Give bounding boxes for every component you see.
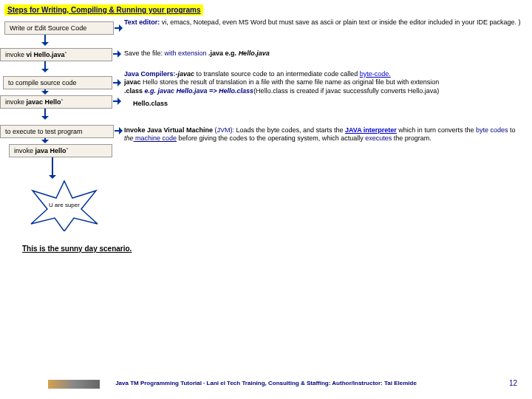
hello-class: Hello.class <box>133 100 168 107</box>
page-title: Steps for Writing, Compiling & Running y… <box>4 4 203 16</box>
content-area: Write or Edit Source Code Text editor: v… <box>0 16 532 18</box>
text: invoke <box>14 147 35 154</box>
t: e.g. javac Hello.java => Hello.class <box>143 87 253 95</box>
t: to translate source code to an intermedi… <box>194 70 360 78</box>
star-shape: U are super <box>24 180 105 231</box>
box-invoke-javac: invoke javac Hello` <box>0 95 112 109</box>
label: Text editor: <box>124 18 160 26</box>
t3: .java e.g. <box>208 50 239 57</box>
t: Loads the byte codes, and starts the <box>234 126 345 134</box>
t: machine code <box>134 134 177 142</box>
box-execute: to execute to test program <box>0 125 114 138</box>
star-text: U are super <box>24 202 105 208</box>
t: (Hello.class is created if javac success… <box>253 87 439 95</box>
t: the program. <box>392 134 432 142</box>
t: javac <box>178 70 195 78</box>
desc-java-compiler: Java Compilers:-javac to translate sourc… <box>124 70 525 108</box>
sunny-day-text: This is the sunny day scenario. <box>22 245 132 253</box>
arrow-right-icon <box>113 82 120 83</box>
arrow-right-icon <box>115 130 122 132</box>
t: javac <box>124 78 141 86</box>
t: before giving the codes to the operating… <box>177 134 365 142</box>
t: which in turn converts the <box>397 126 476 134</box>
t4: Hello.java <box>239 50 270 57</box>
t: .class <box>124 87 143 95</box>
t: to <box>508 126 515 134</box>
t: Invoke Java Virtual Machine <box>124 126 214 134</box>
cmd: javac Hello` <box>27 98 64 106</box>
box-invoke-java: invoke java Hello` <box>9 144 112 157</box>
box-invoke-vi: invoke vi Hello.java` <box>0 48 112 61</box>
link-java-interpreter[interactable]: JAVA interpreter <box>345 126 397 134</box>
text: invoke <box>5 51 27 58</box>
arrow-down-icon <box>52 157 53 178</box>
arrow-right-icon <box>113 53 120 55</box>
t1: Save the file: <box>124 50 165 57</box>
t: executes <box>365 134 392 142</box>
desc-text-editor: Text editor: vi, emacs, Notepad, even MS… <box>124 18 525 27</box>
t: Hello stores the result of translation i… <box>141 78 440 86</box>
arrow-down-icon <box>44 138 46 143</box>
footer-text: Java TM Programming Tutorial · Lani el T… <box>0 380 532 386</box>
cmd: java Hello` <box>35 147 69 154</box>
page-number: 12 <box>509 379 517 387</box>
cmd: vi Hello.java` <box>27 51 67 58</box>
footer: Java TM Programming Tutorial · Lani el T… <box>0 377 532 392</box>
box-write-edit: Write or Edit Source Code <box>4 21 114 35</box>
arrow-right-icon <box>113 100 120 102</box>
t: byte codes <box>476 126 508 134</box>
text: vi, emacs, Notepad, even MS Word but mus… <box>160 18 520 26</box>
link-bytecode[interactable]: byte-code. <box>360 70 391 78</box>
box-compile: to compile source code <box>3 76 112 89</box>
t: (JVM): <box>214 126 234 134</box>
arrow-down-icon <box>44 35 46 45</box>
t: Java Compilers:- <box>124 70 178 78</box>
t: the <box>124 134 134 142</box>
desc-jvm: Invoke Java Virtual Machine (JVM): Loads… <box>124 126 525 143</box>
arrow-down-icon <box>44 109 46 119</box>
arrow-right-icon <box>115 27 122 29</box>
arrow-down-icon <box>44 89 46 94</box>
desc-save-file: Save the file: with extension .java e.g.… <box>124 50 525 58</box>
arrow-down-icon <box>44 61 46 72</box>
text: invoke <box>5 98 27 106</box>
t2: with extension <box>165 50 209 57</box>
